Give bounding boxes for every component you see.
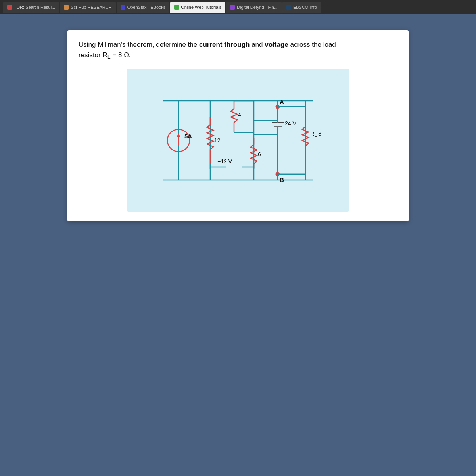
tab-label-tutorials: Online Web Tutorials [181,5,221,10]
tab-favicon-openstax [121,5,125,10]
tab-tor[interactable]: TOR: Search Resul... [3,2,59,13]
svg-marker-14 [177,133,180,137]
node-a-label: A [280,98,284,105]
tab-openstax[interactable]: OpenStax - EBooks [117,2,170,13]
tab-scihub[interactable]: Sci-Hub RESEARCH [60,2,115,13]
problem-statement: Using Millman’s theorem, determine the c… [79,40,397,61]
tab-favicon-tor [7,5,12,10]
tab-label-tor: TOR: Search Resul... [14,5,55,10]
problem-card: Using Millman’s theorem, determine the c… [67,30,409,221]
tab-label-openstax: OpenStax - EBooks [127,5,166,10]
node-b-label: B [280,177,284,183]
tab-label-scihub: Sci-Hub RESEARCH [71,5,111,10]
r2-label: 4 [238,111,241,118]
tab-label-ebsco: EBSCO Info [293,5,317,10]
v2-label: −12 V [217,158,232,165]
circuit-diagram: 5A 12 −12 V [127,69,349,212]
r1-label: 12 [214,137,221,144]
v1-label: 24 V [285,120,296,127]
current-source-label: 5A [184,133,192,140]
rl-label: RL 8 [310,131,321,138]
browser-tab-bar: TOR: Search Resul... Sci-Hub RESEARCH Op… [0,0,476,14]
circuit-svg: 5A 12 −12 V [139,77,337,204]
tab-label-defynd: Digital Defynd - Fin... [237,5,278,10]
tab-favicon-scihub [64,5,69,10]
tab-favicon-ebsco [286,5,291,10]
tab-digital-defynd[interactable]: Digital Defynd - Fin... [226,2,282,13]
tab-favicon-defynd [230,5,235,10]
content-area: Using Millman’s theorem, determine the c… [0,14,476,476]
r3-label: 6 [258,151,261,157]
tab-ebsco[interactable]: EBSCO Info [282,2,321,13]
tab-favicon-tutorials [174,5,179,10]
tab-online-tutorials[interactable]: Online Web Tutorials [170,2,225,13]
